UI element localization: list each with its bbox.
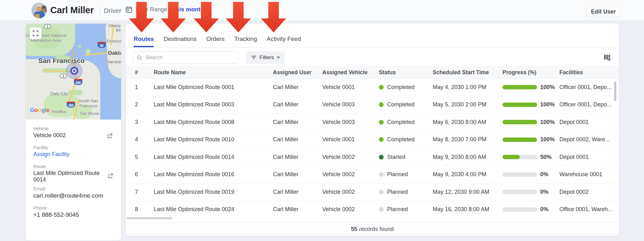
facilities: Officer 0001, Depo...: [559, 79, 614, 96]
filters-button[interactable]: Filters: [246, 51, 285, 64]
assigned-user: Carl Miller: [273, 166, 320, 183]
route-name: Last Mile Optimized Route 0010: [154, 131, 269, 149]
facilities: Office 0001, Wareh...: [559, 201, 614, 218]
map-label-alameda: Alameda: [106, 59, 121, 64]
table-row[interactable]: 2 Last Mile Optimized Route 0003 Carl Mi…: [126, 96, 619, 114]
vehicle-label: Vehicle: [33, 126, 114, 131]
progress-percent: 100%: [540, 119, 555, 126]
table-row[interactable]: 7 Last Mile Optimized Route 0019 Carl Mi…: [126, 183, 619, 201]
progress-cell: 0%: [502, 201, 559, 218]
map-label-oakland: Oakland: [108, 50, 121, 56]
row-index: 5: [135, 149, 149, 166]
vehicle-field: Vehicle Vehicle 0002: [33, 126, 114, 139]
route-name: Last Mile Optimized Route 0003: [154, 96, 269, 114]
map-fullscreen-button[interactable]: [30, 27, 42, 39]
col-route-name[interactable]: Route Name: [154, 67, 269, 78]
vertical-scrollbar[interactable]: [614, 81, 616, 101]
horizontal-scrollbar[interactable]: [126, 217, 172, 219]
table-body: 1 Last Mile Optimized Route 0001 Carl Mi…: [126, 79, 619, 218]
facilities: Depot 0001: [559, 149, 614, 166]
role-separator: [100, 7, 100, 15]
status-cell: Planned: [379, 201, 431, 218]
assigned-user: Carl Miller: [273, 131, 320, 149]
assigned-vehicle: Vehicle 0003: [322, 96, 376, 114]
map-label-daly-city: Daly City: [50, 91, 68, 96]
progress-bar-fill: [502, 155, 520, 159]
hwy-1-shield: 1: [60, 73, 67, 78]
phone-value: +1 888-552-9045: [33, 211, 114, 218]
email-field: Email carl.miller@route4me.com: [33, 186, 114, 199]
facilities: Depot 0002: [559, 183, 614, 201]
col-scheduled-start-time[interactable]: Scheduled Start Time: [433, 67, 500, 78]
records-found: 55 records found: [126, 222, 619, 236]
col-index[interactable]: #: [135, 67, 149, 78]
status-label: Planned: [387, 171, 408, 178]
table-row[interactable]: 1 Last Mile Optimized Route 0001 Carl Mi…: [126, 79, 619, 96]
assigned-user: Carl Miller: [273, 96, 320, 114]
status-label: Completed: [387, 119, 414, 126]
search-icon: [137, 55, 143, 61]
status-cell: Completed: [379, 96, 431, 114]
assigned-vehicle: Vehicle 0002: [322, 201, 376, 218]
progress-percent: 100%: [540, 84, 555, 91]
progress-cell: 100%: [502, 131, 559, 149]
scheduled-start-time: May 8, 2030 7:00 PM: [433, 131, 500, 149]
table-row[interactable]: 6 Last Mile Optimized Route 0016 Carl Mi…: [126, 166, 619, 184]
status-label: Started: [387, 154, 405, 160]
vehicle-open-icon[interactable]: [107, 133, 113, 140]
search-input[interactable]: [146, 54, 230, 61]
progress-percent: 0%: [540, 171, 548, 178]
scheduled-start-time: May 16, 2030 8:00 AM: [433, 201, 500, 218]
edit-user-button[interactable]: Edit User: [587, 7, 620, 17]
facility-label: Facility: [33, 145, 114, 150]
role-label: Driver: [104, 7, 121, 14]
scheduled-start-time: May 4, 2030 1:00 PM: [433, 79, 500, 96]
map-label-pacifica: Pacifica: [52, 109, 66, 114]
assign-facility-link[interactable]: Assign Facility: [33, 151, 114, 158]
route-name: Last Mile Optimized Route 0001: [154, 79, 269, 96]
table-header: # Route Name Assigned User Assigned Vehi…: [126, 66, 619, 79]
table-row[interactable]: 4 Last Mile Optimized Route 0010 Carl Mi…: [126, 131, 619, 149]
email-value: carl.miller@route4me.com: [33, 192, 114, 199]
col-status[interactable]: Status: [379, 67, 431, 78]
progress-percent: 100%: [540, 101, 555, 108]
row-index: 3: [135, 114, 149, 131]
table-row[interactable]: 3 Last Mile Optimized Route 0008 Carl Mi…: [126, 114, 619, 131]
col-assigned-user[interactable]: Assigned User: [273, 67, 320, 78]
assigned-user: Carl Miller: [273, 201, 320, 218]
progress-bar: [502, 85, 537, 89]
progress-cell: 100%: [502, 79, 559, 96]
header-bar: [0, 0, 644, 20]
status-label: Planned: [387, 206, 408, 213]
progress-bar: [502, 120, 537, 124]
status-label: Planned: [387, 189, 408, 195]
progress-percent: 50%: [540, 154, 552, 160]
status-label: Completed: [387, 136, 414, 143]
routes-panel: Routes Destinations Orders Tracking Acti…: [126, 24, 619, 236]
col-progress[interactable]: Progress (%): [502, 67, 559, 78]
table-row[interactable]: 5 Last Mile Optimized Route 0014 Carl Mi…: [126, 149, 619, 166]
calendar-icon[interactable]: [125, 6, 133, 13]
phone-field: Phone +1 888-552-9045: [33, 205, 114, 218]
section-divider: [26, 175, 121, 176]
search-box: [133, 51, 238, 64]
col-facilities[interactable]: Facilities: [559, 67, 614, 78]
column-settings-button[interactable]: [602, 53, 612, 62]
google-logo[interactable]: Google: [30, 107, 49, 114]
status-cell: Completed: [379, 114, 431, 131]
map-label-south-sf: South San Francisco: [76, 98, 101, 109]
col-assigned-vehicle[interactable]: Assigned Vehicle: [322, 67, 376, 78]
table-row[interactable]: 8 Last Mile Optimized Route 0024 Carl Mi…: [126, 201, 619, 219]
row-index: 2: [135, 96, 149, 114]
assigned-user: Carl Miller: [273, 183, 320, 201]
progress-bar-fill: [502, 120, 537, 124]
facility-field: Facility Assign Facility: [33, 145, 114, 158]
status-dot: [379, 172, 384, 177]
progress-percent: 0%: [540, 189, 548, 195]
fullscreen-icon: [32, 30, 39, 37]
route-open-icon[interactable]: [107, 173, 114, 181]
mini-map[interactable]: 1 1 80 280 280 Golden Gate National Recr…: [26, 24, 121, 120]
row-index: 8: [135, 201, 149, 218]
status-label: Completed: [387, 84, 414, 91]
map-label-san-bruno: San Bruno: [80, 111, 99, 116]
